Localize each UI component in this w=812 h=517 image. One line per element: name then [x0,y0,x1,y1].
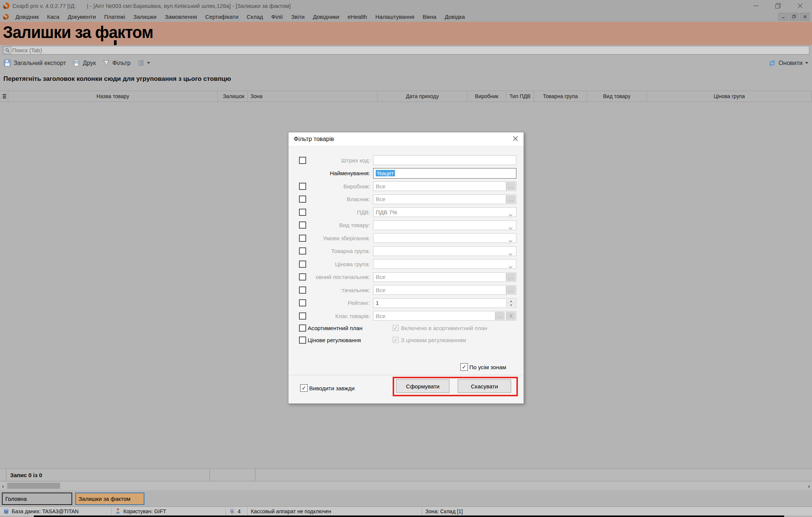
spinner-down-icon: ▼ [507,303,516,307]
main-supplier-checkbox[interactable] [299,273,306,280]
menu-sertyfikaty[interactable]: Сертифікати [201,14,243,20]
goods-kind-checkbox[interactable] [299,221,306,229]
menu-dovidka[interactable]: Довідка [440,14,469,20]
always-show-checkbox[interactable] [300,384,308,392]
menu-platezhi[interactable]: Платежі [100,14,129,20]
barcode-checkbox[interactable] [299,157,306,164]
filter-row-goods-class: Клас товарів: Все ... X [288,309,524,323]
groupby-dropzone[interactable]: Перетягніть заголовок колонки сюди для у… [0,70,812,91]
all-zones-checkbox[interactable] [460,363,468,371]
floppy-icon [4,59,11,67]
tab-home[interactable]: Головна [2,493,72,505]
goods-kind-combobox[interactable] [373,220,516,230]
column-header-arrival-date[interactable]: Дата приходу [378,91,467,102]
column-header-name[interactable]: Назва товару [8,91,218,102]
goods-kind-label: Вид товару: [306,222,370,228]
goods-class-input[interactable]: Все ... X [373,311,516,321]
submit-button[interactable]: Сформувати [396,379,449,393]
cancel-button[interactable]: Скасувати [458,379,511,393]
manufacturer-checkbox[interactable] [299,183,306,190]
horizontal-scrollbar[interactable]: ‹ › [0,482,812,490]
supplier-lookup-button[interactable]: ... [506,286,516,294]
tab-stock-by-fact[interactable]: Залишки за фактом [75,493,144,505]
manufacturer-input[interactable]: Все ... [373,181,516,191]
menu-ehealth[interactable]: eHealth [343,14,371,20]
restore-button[interactable] [775,3,781,9]
always-show-label: Виводити завжди [309,385,355,391]
filter-row-goods-kind: Вид товару: [288,219,524,232]
main-supplier-label: овний постачальник: [306,274,370,280]
column-chooser-icon[interactable] [0,91,8,102]
goods-class-checkbox[interactable] [299,312,306,320]
main-supplier-lookup-button[interactable]: ... [506,273,516,281]
column-header-zone[interactable]: Зона [248,91,378,102]
supplier-input[interactable]: Все ... [373,285,516,295]
menu-zalyshky[interactable]: Залишки [129,14,161,20]
filter-row-name: Найменування: %ацет [288,167,524,180]
name-input[interactable]: %ацет [373,168,516,179]
menu-dovidnyky[interactable]: Довідники [309,14,343,20]
menu-filii[interactable]: Філії [267,14,287,20]
column-header-price-group[interactable]: Цінова група [647,91,812,102]
view-options-button[interactable] [137,59,150,67]
goods-group-checkbox[interactable] [299,247,306,255]
column-header-stock[interactable]: Залишок [218,91,248,102]
menu-nalashtuvannia[interactable]: Налаштування [371,14,419,20]
column-header-goods-group[interactable]: Товарна група [534,91,587,102]
column-header-goods-kind[interactable]: Вид товару [587,91,647,102]
main-supplier-input[interactable]: Все ... [373,272,516,282]
rating-spinner[interactable]: 1 ▲▼ [373,298,516,308]
vat-combobox[interactable]: ПДВ 7% [373,207,516,217]
barcode-input[interactable] [373,155,516,165]
owner-checkbox[interactable] [299,196,306,203]
owner-input[interactable]: Все ... [373,194,516,204]
page-title-band: Залишки за фактом [0,22,812,45]
storage-label: Умови зберігання: [306,235,370,241]
dialog-filter-rows: Штрих код: Найменування: %ацет Виробник:… [288,154,524,323]
menu-vikna[interactable]: Вікна [419,14,441,20]
goods-class-lookup-button[interactable]: ... [495,312,505,320]
filter-row-goods-group: Товарна група: [288,245,524,258]
minimize-button[interactable] [753,3,759,9]
rating-checkbox[interactable] [299,299,306,306]
price-regulation-checkbox[interactable] [299,337,306,344]
price-group-checkbox[interactable] [299,261,306,268]
goods-group-combobox[interactable] [373,246,516,256]
column-header-vat-type[interactable]: Тип ПДВ [506,91,534,102]
search-input[interactable]: Поиск (Tab) [3,46,809,55]
search-icon [3,47,11,54]
filter-row-rating: Рейтинг: 1 ▲▼ [288,297,524,310]
chevron-down-icon [805,62,808,64]
owner-lookup-button[interactable]: ... [506,195,516,203]
assortment-plan-checkbox[interactable] [299,324,306,332]
cash-status-label: Кассовый аппарат не подключен [251,508,331,514]
supplier-checkbox[interactable] [299,287,306,294]
mdi-close-button[interactable] [800,13,810,21]
column-header-manufacturer[interactable]: Виробник [467,91,506,102]
menu-kasa[interactable]: Каса [43,14,64,20]
menu-zamovlennia[interactable]: Замовлення [161,14,201,20]
menu-dokumenty[interactable]: Документи [64,14,100,20]
scroll-right-arrow[interactable]: › [806,483,812,489]
mdi-minimize-button[interactable] [778,13,788,21]
refresh-button[interactable]: Оновити [768,59,808,67]
storage-combobox[interactable] [373,233,516,243]
menu-zvity[interactable]: Звіти [287,14,309,20]
price-group-combobox[interactable] [373,259,516,269]
goods-class-clear-button[interactable]: X [506,312,516,320]
close-button[interactable] [797,3,803,9]
manufacturer-lookup-button[interactable]: ... [506,182,516,190]
statusbar-user: Користувач: GIFT [112,507,226,515]
scroll-left-arrow[interactable]: ‹ [0,483,6,489]
export-button[interactable]: Загальний експорт [4,59,66,67]
mdi-restore-button[interactable] [789,13,799,21]
spinner-buttons[interactable]: ▲▼ [506,299,516,307]
menu-dovidnyk[interactable]: Довідник [11,14,43,20]
scrollbar-thumb[interactable] [7,483,60,489]
menu-sklad[interactable]: Склад [243,14,267,20]
dialog-close-icon[interactable] [513,136,518,143]
storage-checkbox[interactable] [299,235,306,242]
vat-checkbox[interactable] [299,209,306,216]
print-button[interactable]: Друк [73,59,96,67]
filter-button[interactable]: Фільтр [103,59,131,67]
